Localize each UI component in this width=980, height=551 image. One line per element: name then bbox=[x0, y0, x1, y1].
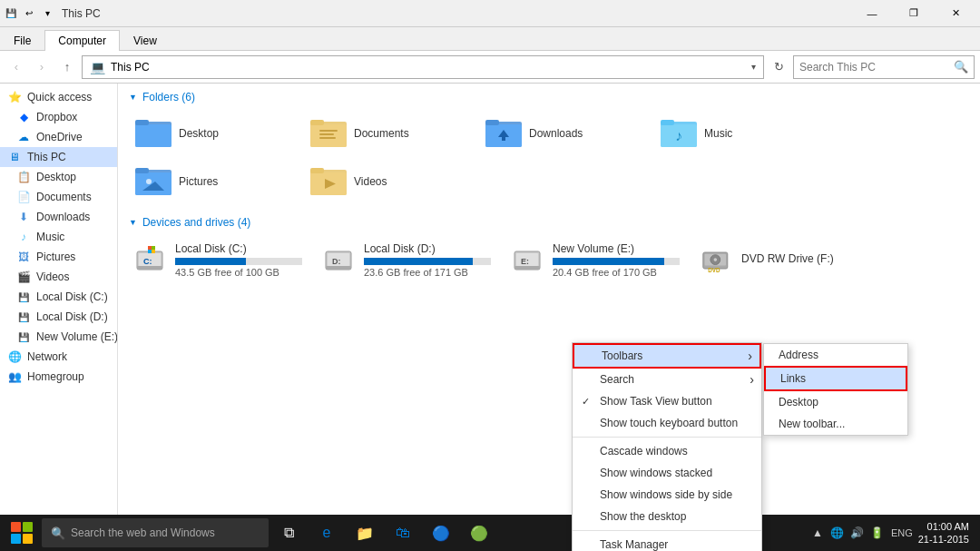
search-icon: 🔍 bbox=[954, 60, 968, 74]
start-button[interactable] bbox=[4, 515, 40, 551]
sidebar-label-videos: Videos bbox=[36, 271, 69, 283]
sidebar-label-desktop: Desktop bbox=[36, 171, 76, 183]
sidebar-item-network[interactable]: 🌐 Network bbox=[0, 347, 117, 367]
submenu-new-toolbar[interactable]: New toolbar... bbox=[764, 413, 907, 435]
tray-chevron[interactable]: ▲ bbox=[809, 525, 826, 541]
undo-icon[interactable]: ↩ bbox=[22, 6, 36, 21]
tray-battery-icon[interactable]: 🔋 bbox=[869, 525, 886, 541]
context-menu-show-task-view[interactable]: ✓ Show Task View button bbox=[573, 390, 761, 412]
search-box[interactable]: 🔍 bbox=[793, 55, 975, 79]
context-menu-side-by-side[interactable]: Show windows side by side bbox=[573, 484, 761, 506]
drive-info-c: Local Disk (C:) 43.5 GB free of 100 GB bbox=[175, 242, 304, 278]
sidebar-label-local-c: Local Disk (C:) bbox=[36, 290, 108, 303]
drive-bar-bg-e bbox=[553, 258, 680, 265]
drive-space-d: 23.6 GB free of 171 GB bbox=[364, 267, 493, 278]
folder-name-pictures: Pictures bbox=[179, 175, 218, 188]
address-dropdown[interactable]: ▾ bbox=[751, 62, 756, 72]
sidebar-item-documents[interactable]: 📄 Documents bbox=[0, 187, 117, 207]
folder-item-pictures[interactable]: Pictures bbox=[129, 161, 297, 202]
forward-button[interactable]: › bbox=[31, 56, 53, 78]
context-menu-search[interactable]: Search bbox=[573, 369, 761, 390]
tray-clock[interactable]: 01:00 AM 21-11-2015 bbox=[918, 520, 969, 546]
music-icon: ♪ bbox=[16, 230, 31, 244]
context-menu-task-manager[interactable]: Task Manager bbox=[573, 534, 761, 551]
dropdown-icon[interactable]: ▾ bbox=[40, 6, 54, 21]
sidebar-item-pictures[interactable]: 🖼 Pictures bbox=[0, 247, 117, 267]
refresh-button[interactable]: ↻ bbox=[768, 56, 789, 78]
cascade-label: Cascade windows bbox=[600, 445, 688, 458]
folders-section-header[interactable]: Folders (6) bbox=[129, 91, 969, 103]
address-bar: ‹ › ↑ 💻 This PC ▾ ↻ 🔍 bbox=[0, 51, 980, 84]
dropbox-icon: ◆ bbox=[16, 110, 31, 124]
submenu-desktop[interactable]: Desktop bbox=[764, 391, 907, 413]
taskbar-store[interactable]: 🛍 bbox=[385, 515, 421, 551]
taskbar-edge[interactable]: e bbox=[309, 515, 345, 551]
taskbar-search-placeholder: Search the web and Windows bbox=[71, 526, 215, 539]
search-input[interactable] bbox=[799, 61, 950, 74]
folder-item-videos[interactable]: Videos bbox=[304, 161, 472, 202]
tab-file[interactable]: File bbox=[0, 30, 44, 51]
taskbar-search-box[interactable]: 🔍 Search the web and Windows bbox=[42, 518, 269, 547]
folder-name-documents: Documents bbox=[354, 127, 409, 140]
taskbar-chrome-2[interactable]: 🟢 bbox=[461, 515, 497, 551]
folder-item-downloads[interactable]: Downloads bbox=[479, 113, 647, 153]
drive-name-e: New Volume (E:) bbox=[553, 242, 681, 255]
context-menu-show-touch-keyboard[interactable]: Show touch keyboard button bbox=[573, 412, 761, 434]
svg-rect-25 bbox=[310, 168, 324, 173]
drive-bar-bg-d bbox=[364, 258, 491, 265]
taskbar-chrome-1[interactable]: 🔵 bbox=[423, 515, 459, 551]
sidebar-label-quick-access: Quick access bbox=[27, 91, 92, 103]
folder-item-desktop[interactable]: Desktop bbox=[129, 113, 297, 153]
context-menu-cascade[interactable]: Cascade windows bbox=[573, 440, 761, 462]
sidebar-item-homegroup[interactable]: 👥 Homegroup bbox=[0, 367, 117, 387]
back-button[interactable]: ‹ bbox=[5, 56, 27, 78]
quick-save-icon[interactable]: 💾 bbox=[4, 6, 18, 21]
restore-button[interactable]: ❐ bbox=[893, 0, 935, 27]
store-icon: 🛍 bbox=[396, 525, 410, 541]
sidebar-item-onedrive[interactable]: ☁ OneDrive bbox=[0, 127, 117, 147]
folder-item-documents[interactable]: Documents bbox=[304, 113, 472, 153]
submenu-address[interactable]: Address bbox=[764, 344, 907, 366]
drive-item-c[interactable]: C: Local Disk (C:) 43.5 G bbox=[129, 238, 310, 282]
tab-view[interactable]: View bbox=[120, 30, 171, 51]
folders-section-label: Folders (6) bbox=[142, 91, 195, 103]
drive-item-e[interactable]: E: New Volume (E:) 20.4 GB free of 170 G… bbox=[506, 238, 688, 282]
sidebar-item-dropbox[interactable]: ◆ Dropbox bbox=[0, 107, 117, 127]
up-button[interactable]: ↑ bbox=[56, 56, 78, 78]
folder-item-music[interactable]: ♪ Music bbox=[654, 113, 822, 153]
close-button[interactable]: ✕ bbox=[935, 0, 976, 27]
sidebar-item-downloads[interactable]: ⬇ Downloads bbox=[0, 207, 117, 227]
drive-item-d[interactable]: D: Local Disk (D:) 23.6 GB free of 171 G… bbox=[318, 238, 499, 282]
sidebar-item-quick-access[interactable]: ⭐ Quick access bbox=[0, 87, 117, 107]
sidebar-item-new-volume-e[interactable]: 💾 New Volume (E:) bbox=[0, 327, 117, 347]
folders-grid: Desktop Documents bbox=[129, 113, 969, 202]
context-menu-toolbars[interactable]: Toolbars bbox=[573, 343, 761, 369]
tab-computer[interactable]: Computer bbox=[44, 30, 120, 51]
sidebar-item-this-pc[interactable]: 🖥 This PC bbox=[0, 147, 117, 167]
taskbar-task-view[interactable]: ⧉ bbox=[270, 515, 307, 551]
svg-rect-8 bbox=[319, 137, 336, 139]
sidebar-item-videos[interactable]: 🎬 Videos bbox=[0, 267, 117, 287]
address-icon: 💻 bbox=[90, 60, 105, 74]
taskbar-file-explorer[interactable]: 📁 bbox=[347, 515, 383, 551]
context-menu-show-desktop[interactable]: Show the desktop bbox=[573, 506, 761, 527]
context-menu-stacked[interactable]: Show windows stacked bbox=[573, 462, 761, 484]
tray-volume-icon[interactable]: 🔊 bbox=[849, 525, 866, 541]
taskbar-items: ⧉ e 📁 🛍 🔵 🟢 bbox=[270, 515, 497, 551]
drive-icon-e: E: bbox=[513, 244, 545, 277]
sidebar-item-local-d[interactable]: 💾 Local Disk (D:) bbox=[0, 307, 117, 327]
sidebar-item-music[interactable]: ♪ Music bbox=[0, 227, 117, 247]
sidebar-item-desktop[interactable]: 📋 Desktop bbox=[0, 167, 117, 187]
tray-network-icon[interactable]: 🌐 bbox=[829, 525, 846, 541]
sidebar-item-local-c[interactable]: 💾 Local Disk (C:) bbox=[0, 287, 117, 307]
svg-rect-29 bbox=[137, 266, 162, 270]
search-label: Search bbox=[600, 373, 634, 386]
address-field[interactable]: 💻 This PC ▾ bbox=[82, 55, 764, 79]
tray-language[interactable]: ENG bbox=[891, 527, 913, 538]
drive-item-f[interactable]: DVD DVD RW Drive (F:) bbox=[695, 238, 877, 282]
minimize-button[interactable]: — bbox=[851, 0, 893, 27]
svg-rect-33 bbox=[152, 246, 155, 250]
drives-section-header[interactable]: Devices and drives (4) bbox=[129, 216, 969, 229]
side-by-side-label: Show windows side by side bbox=[600, 488, 732, 501]
submenu-links[interactable]: Links bbox=[764, 366, 907, 391]
